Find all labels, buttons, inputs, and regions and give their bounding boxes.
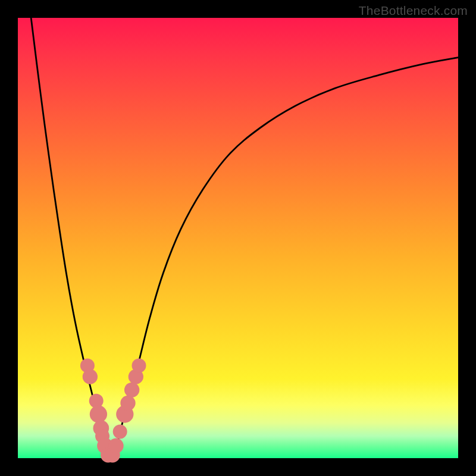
scatter-dot <box>90 405 107 422</box>
plot-area <box>18 18 458 458</box>
scatter-dot <box>120 396 135 411</box>
scatter-dot <box>113 425 127 439</box>
scatter-dot <box>124 383 139 397</box>
chart-frame: TheBottleneck.com <box>0 0 476 476</box>
watermark-text: TheBottleneck.com <box>359 4 468 18</box>
scatter-dot <box>132 359 146 373</box>
scatter-dot <box>83 369 98 384</box>
chart-svg <box>18 18 458 458</box>
curve-left-branch <box>31 18 109 458</box>
scatter-dots <box>80 359 146 463</box>
scatter-dot <box>108 439 123 453</box>
curve-right-branch <box>111 58 458 458</box>
